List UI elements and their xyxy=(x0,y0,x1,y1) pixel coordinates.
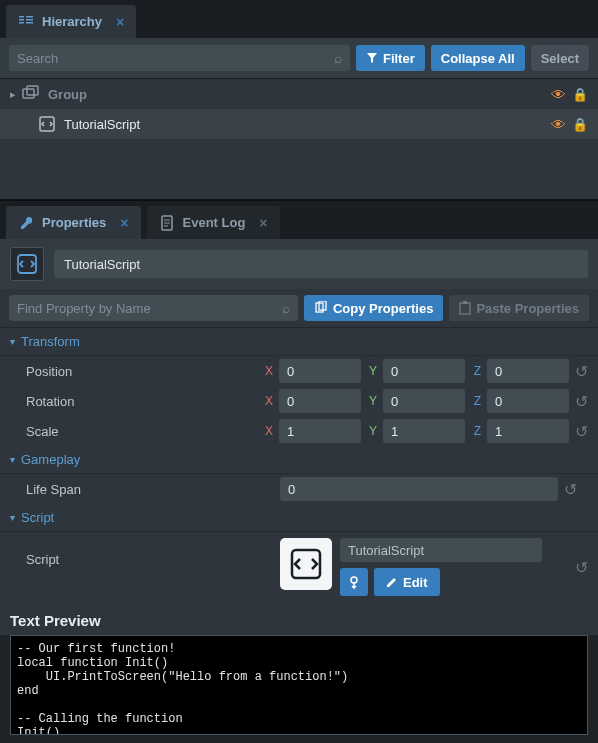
script-icon xyxy=(38,115,56,133)
hierarchy-tree: ▸ Group 👁 🔒 TutorialScript 👁 🔒 xyxy=(0,79,598,199)
paste-properties-button[interactable]: Paste Properties xyxy=(449,295,589,321)
tab-properties[interactable]: Properties × xyxy=(6,206,141,239)
paste-icon xyxy=(459,301,471,315)
chevron-down-icon: ▾ xyxy=(10,336,15,347)
prop-row-scale: Scale X Y Z ↺ xyxy=(0,416,598,446)
script-name-input[interactable] xyxy=(340,538,542,562)
visibility-icon[interactable]: 👁 xyxy=(551,86,566,103)
svg-rect-0 xyxy=(19,16,24,18)
svg-rect-6 xyxy=(23,89,34,98)
tab-label: Event Log xyxy=(183,215,246,230)
close-icon[interactable]: × xyxy=(259,215,267,231)
lock-icon[interactable]: 🔒 xyxy=(572,117,588,132)
chevron-down-icon: ▾ xyxy=(10,512,15,523)
document-icon xyxy=(159,215,175,231)
section-gameplay[interactable]: ▾ Gameplay xyxy=(0,446,598,474)
text-preview-heading: Text Preview xyxy=(0,602,598,635)
collapse-all-button[interactable]: Collapse All xyxy=(431,45,525,71)
expand-caret-icon[interactable]: ▸ xyxy=(10,88,22,101)
hierarchy-tab-bar: Hierarchy × xyxy=(0,0,598,38)
object-name-input[interactable] xyxy=(54,250,588,278)
axis-z-label: Z xyxy=(471,364,481,378)
reset-icon[interactable]: ↺ xyxy=(575,392,588,411)
rotation-z-input[interactable] xyxy=(487,389,569,413)
filter-icon xyxy=(366,52,378,64)
edit-script-button[interactable]: Edit xyxy=(374,568,440,596)
axis-x-label: X xyxy=(263,364,273,378)
axis-y-label: Y xyxy=(367,394,377,408)
locate-icon xyxy=(347,575,361,589)
search-box[interactable]: ⌕ xyxy=(9,45,350,71)
lifespan-input[interactable] xyxy=(280,477,558,501)
svg-rect-5 xyxy=(26,22,33,24)
search-icon: ⌕ xyxy=(282,300,290,316)
properties-tab-bar: Properties × Event Log × xyxy=(0,201,598,239)
section-script[interactable]: ▾ Script xyxy=(0,504,598,532)
close-icon[interactable]: × xyxy=(120,215,128,231)
tree-row-tutorialscript[interactable]: TutorialScript 👁 🔒 xyxy=(0,109,598,139)
properties-toolbar: ⌕ Copy Properties Paste Properties xyxy=(0,289,598,328)
property-search[interactable]: ⌕ xyxy=(9,295,298,321)
prop-row-lifespan: Life Span ↺ xyxy=(0,474,598,504)
axis-x-label: X xyxy=(263,424,273,438)
tab-label: Properties xyxy=(42,215,106,230)
position-x-input[interactable] xyxy=(279,359,361,383)
tab-hierarchy[interactable]: Hierarchy × xyxy=(6,5,136,38)
tab-event-log[interactable]: Event Log × xyxy=(147,206,280,239)
chevron-down-icon: ▾ xyxy=(10,454,15,465)
wrench-icon xyxy=(18,215,34,231)
locate-script-button[interactable] xyxy=(340,568,368,596)
scale-y-input[interactable] xyxy=(383,419,465,443)
property-search-input[interactable] xyxy=(17,301,282,316)
prop-label: Scale xyxy=(10,424,263,439)
tree-label: Group xyxy=(48,87,551,102)
axis-y-label: Y xyxy=(367,424,377,438)
search-input[interactable] xyxy=(17,51,334,66)
tree-label: TutorialScript xyxy=(64,117,551,132)
tree-row-group[interactable]: ▸ Group 👁 🔒 xyxy=(0,79,598,109)
prop-label: Life Span xyxy=(10,482,280,497)
prop-label: Script xyxy=(10,538,280,567)
visibility-icon[interactable]: 👁 xyxy=(551,116,566,133)
code-preview: -- Our first function! local function In… xyxy=(10,635,588,735)
select-button[interactable]: Select xyxy=(531,45,589,71)
position-y-input[interactable] xyxy=(383,359,465,383)
copy-icon xyxy=(314,301,328,315)
axis-x-label: X xyxy=(263,394,273,408)
prop-label: Rotation xyxy=(10,394,263,409)
rotation-x-input[interactable] xyxy=(279,389,361,413)
axis-z-label: Z xyxy=(471,394,481,408)
reset-icon[interactable]: ↺ xyxy=(575,362,588,381)
scale-z-input[interactable] xyxy=(487,419,569,443)
prop-row-position: Position X Y Z ↺ xyxy=(0,356,598,386)
scale-x-input[interactable] xyxy=(279,419,361,443)
hierarchy-toolbar: ⌕ Filter Collapse All Select xyxy=(0,38,598,79)
reset-icon[interactable]: ↺ xyxy=(575,422,588,441)
svg-rect-7 xyxy=(27,86,38,95)
svg-rect-17 xyxy=(463,301,467,304)
section-transform[interactable]: ▾ Transform xyxy=(0,328,598,356)
pencil-icon xyxy=(386,576,398,588)
reset-icon[interactable]: ↺ xyxy=(575,558,588,577)
filter-button[interactable]: Filter xyxy=(356,45,425,71)
hierarchy-icon xyxy=(18,14,34,30)
prop-row-script: Script Edit ↺ xyxy=(0,532,598,602)
close-icon[interactable]: × xyxy=(116,14,124,30)
properties-header xyxy=(0,239,598,289)
prop-label: Position xyxy=(10,364,263,379)
svg-point-19 xyxy=(351,577,357,583)
svg-rect-1 xyxy=(19,19,24,21)
svg-rect-3 xyxy=(26,16,33,18)
svg-rect-4 xyxy=(26,19,33,21)
svg-rect-2 xyxy=(19,22,24,24)
rotation-y-input[interactable] xyxy=(383,389,465,413)
svg-rect-16 xyxy=(460,303,470,314)
reset-icon[interactable]: ↺ xyxy=(564,480,577,499)
group-icon xyxy=(22,85,40,103)
script-thumbnail xyxy=(280,538,332,590)
tab-label: Hierarchy xyxy=(42,14,102,29)
copy-properties-button[interactable]: Copy Properties xyxy=(304,295,443,321)
search-icon: ⌕ xyxy=(334,50,342,66)
position-z-input[interactable] xyxy=(487,359,569,383)
lock-icon[interactable]: 🔒 xyxy=(572,87,588,102)
